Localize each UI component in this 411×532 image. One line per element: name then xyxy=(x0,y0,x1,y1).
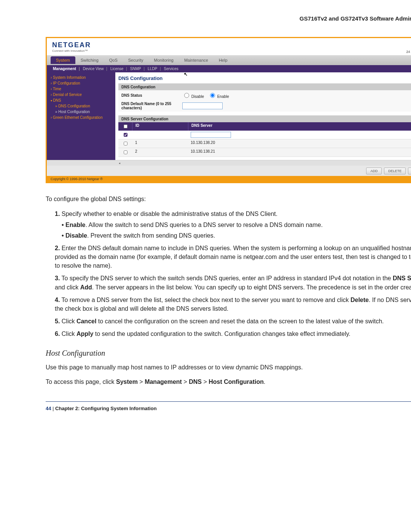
brand-tagline: Connect with Innovation™ xyxy=(52,49,91,53)
table-row-new xyxy=(118,131,411,139)
page-footer: 44 | Chapter 2: Configuring System Infor… xyxy=(46,401,411,411)
main-panel: DNS Configuration DNS Configuration ? DN… xyxy=(115,72,411,160)
model-name: GS724T xyxy=(406,41,411,50)
panel-title: DNS Configuration xyxy=(118,75,411,81)
label-dns-default: DNS Default Name (0 to 255 characters) xyxy=(121,102,182,110)
cancel-button[interactable]: CANCEL xyxy=(408,168,411,174)
checkbox-row[interactable] xyxy=(124,142,127,145)
subtab-lldp[interactable]: LLDP xyxy=(147,67,161,71)
sidebar-item-ipconfig[interactable]: IP Configuration xyxy=(47,80,115,86)
copyright: Copyright © 1996-2010 Netgear ® xyxy=(47,176,411,182)
col-server: DNS Server xyxy=(188,122,411,131)
sidebar-item-sysinfo[interactable]: System Information xyxy=(47,75,115,80)
doc-header: GS716Tv2 and GS724Tv3 Software Administr… xyxy=(46,15,411,22)
section-heading: Host Configuration xyxy=(46,349,411,358)
hc-text2: To access this page, click System > Mana… xyxy=(46,377,411,386)
section-dns-config: DNS Configuration ? xyxy=(118,83,411,90)
sidebar-sub-dnsconfig[interactable]: DNS Configuration xyxy=(47,103,115,109)
button-row: ADD DELETE CANCEL APPLY xyxy=(47,166,411,176)
scrollbar-horizontal[interactable]: ◂▸ xyxy=(47,160,411,166)
input-new-server[interactable] xyxy=(191,132,231,138)
steps-list: 1. Specify whether to enable or disable … xyxy=(46,209,411,338)
tab-monitoring[interactable]: Monitoring xyxy=(149,56,179,64)
sidebar-item-dos[interactable]: Denial of Service xyxy=(47,92,115,97)
table-row: 2 10.130.138.21 xyxy=(118,148,411,157)
radio-disable[interactable]: Disable xyxy=(182,94,204,99)
input-dns-default[interactable] xyxy=(182,102,223,109)
intro-text: To configure the global DNS settings: xyxy=(46,195,411,203)
checkbox-all[interactable] xyxy=(124,125,127,128)
subtab-deviceview[interactable]: Device View xyxy=(82,67,108,71)
cursor-icon: ↖ xyxy=(184,72,188,77)
sidebar: System Information IP Configuration Time… xyxy=(47,72,115,160)
table-header: ID DNS Server xyxy=(118,122,411,131)
model-desc: 24 Port Gigabit Smart Switch xyxy=(406,50,411,54)
checkbox-row[interactable] xyxy=(124,150,127,154)
checkbox-new[interactable] xyxy=(124,133,127,137)
main-tabs: System Switching QoS Security Monitoring… xyxy=(47,55,411,65)
sidebar-item-time[interactable]: Time xyxy=(47,86,115,92)
table-row: 1 10.130.138.20 xyxy=(118,139,411,148)
radio-enable[interactable]: Enable xyxy=(208,94,229,99)
tab-help[interactable]: Help xyxy=(213,56,233,64)
tab-switching[interactable]: Switching xyxy=(75,56,104,64)
tab-security[interactable]: Security xyxy=(123,56,149,64)
screenshot: NETGEAR Connect with Innovation™ GS724T … xyxy=(46,37,411,183)
tab-qos[interactable]: QoS xyxy=(104,56,123,64)
tab-maintenance[interactable]: Maintenance xyxy=(179,56,213,64)
sidebar-item-green[interactable]: Green Ethernet Configuration xyxy=(47,115,115,120)
brand-logo: NETGEAR xyxy=(52,41,91,49)
subtab-services[interactable]: Services xyxy=(163,67,179,71)
tab-system[interactable]: System xyxy=(51,56,75,64)
label-dns-status: DNS Status xyxy=(121,93,182,97)
sidebar-sub-hostconfig[interactable]: Host Configuration xyxy=(47,109,115,115)
section-dns-server: DNS Server Configuration ↖ ? xyxy=(118,115,411,122)
sidebar-item-dns[interactable]: DNS xyxy=(47,97,115,103)
subtab-snmp[interactable]: SNMP xyxy=(129,67,145,71)
sub-tabs: Management Device View License SNMP LLDP… xyxy=(47,65,411,72)
subtab-management[interactable]: Management xyxy=(52,67,81,71)
col-id: ID xyxy=(132,122,188,131)
delete-button[interactable]: DELETE xyxy=(384,168,406,174)
hc-text1: Use this page to manually map host names… xyxy=(46,363,411,372)
add-button[interactable]: ADD xyxy=(366,168,382,174)
subtab-license[interactable]: License xyxy=(110,67,128,71)
